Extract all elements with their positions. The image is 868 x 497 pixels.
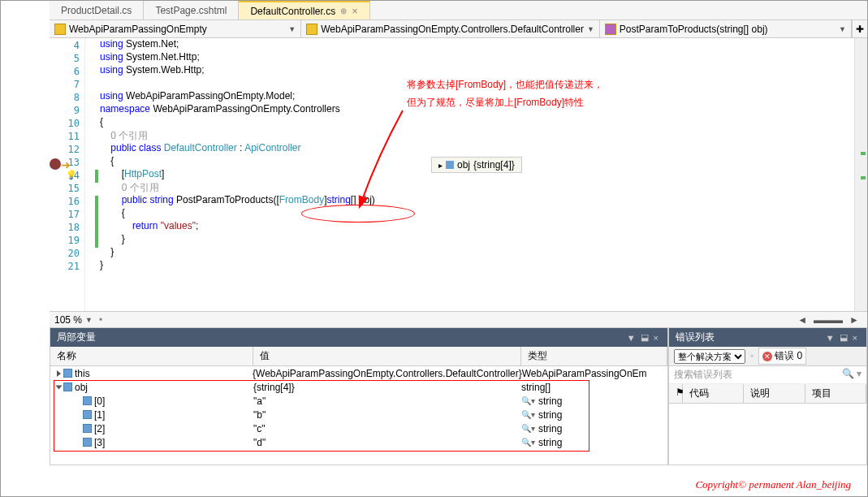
nav-right-icon[interactable]: ► <box>846 314 862 326</box>
dropdown-icon[interactable]: ▼ <box>823 333 837 343</box>
tab-productdetail[interactable]: ProductDetail.cs <box>50 1 144 19</box>
annotation-text: 将参数去掉[FromBody]，也能把值传递进来， 但为了规范，尽量将加上[Fr… <box>407 76 732 111</box>
csharp-icon <box>54 24 66 35</box>
scroll-marker <box>861 176 866 179</box>
class-icon <box>306 24 317 35</box>
close-icon[interactable]: × <box>352 5 358 17</box>
zoom-bar: 105 % ▼ • ◄ ▬▬▬ ► <box>50 311 867 327</box>
nav-member[interactable]: PostParamToProducts(string[] obj)▼ <box>600 20 852 37</box>
lightbulb-icon[interactable]: 💡 <box>66 170 77 180</box>
locals-row[interactable]: this{WebApiParamPassingOnEmpty.Controlle… <box>50 366 667 380</box>
col-code[interactable]: 代码 <box>683 384 744 403</box>
pin-icon[interactable]: ⬓ <box>837 332 850 343</box>
col-proj[interactable]: 项目 <box>805 384 866 403</box>
dropdown-icon[interactable]: ▼ <box>624 333 638 343</box>
variable-icon <box>446 161 454 169</box>
split-button[interactable]: ✚ <box>852 20 867 37</box>
copyright-text: Copyright© permanent Alan_beijing <box>695 478 851 491</box>
zoom-level[interactable]: 105 % <box>54 314 82 326</box>
nav-scroll[interactable]: ▬▬▬ <box>810 314 846 326</box>
col-name[interactable]: 名称 <box>50 347 253 365</box>
expand-icon[interactable]: ▸ <box>438 161 443 170</box>
scroll-marker <box>861 152 866 155</box>
errors-title-bar[interactable]: 错误列表 ▼ ⬓ × <box>669 328 866 347</box>
pin-icon[interactable]: ⬓ <box>638 332 651 343</box>
errors-toolbar: 整个解决方案 • ✕ 错误 0 <box>669 347 866 366</box>
expand-icon[interactable] <box>57 370 61 377</box>
locals-title-bar[interactable]: 局部变量 ▼ ⬓ × <box>50 328 667 347</box>
locals-panel: 局部变量 ▼ ⬓ × 名称 值 类型 this{WebApiParamPassi… <box>50 327 668 465</box>
col-value[interactable]: 值 <box>253 347 521 365</box>
expand-icon[interactable] <box>56 385 63 389</box>
scrollbar-vertical[interactable] <box>854 38 867 311</box>
close-icon[interactable]: × <box>651 333 661 343</box>
debug-tooltip[interactable]: ▸ obj {string[4]} <box>431 157 522 173</box>
error-search[interactable]: 搜索错误列表 🔍 ▾ <box>669 366 866 384</box>
nav-left-icon[interactable]: ◄ <box>794 314 810 326</box>
method-icon <box>605 24 616 35</box>
variable-icon <box>63 369 72 378</box>
chevron-down-icon[interactable]: ▼ <box>85 316 93 324</box>
error-columns: ⚑ 代码 说明 项目 <box>669 384 866 404</box>
nav-class[interactable]: WebApiParamPassingOnEmpty.Controllers.De… <box>301 20 600 37</box>
chevron-down-icon: ▼ <box>839 25 846 33</box>
tab-defaultcontroller[interactable]: DefaultController.cs ⊕ × <box>239 1 369 19</box>
file-tabs: ProductDetail.cs TestPage.cshtml Default… <box>50 1 867 20</box>
col-desc[interactable]: 说明 <box>744 384 805 403</box>
breakpoint-icon[interactable] <box>50 158 61 170</box>
annotation-box <box>54 380 589 452</box>
close-icon[interactable]: × <box>850 333 860 343</box>
filter-select[interactable]: 整个解决方案 <box>674 349 745 364</box>
chevron-down-icon: ▼ <box>587 25 594 33</box>
locals-header: 名称 值 类型 <box>50 347 667 366</box>
change-marker <box>95 170 98 183</box>
col-type[interactable]: 类型 <box>521 347 667 365</box>
pin-icon[interactable]: ⊕ <box>340 6 347 15</box>
col-flag[interactable]: ⚑ <box>669 384 683 403</box>
error-list-panel: 错误列表 ▼ ⬓ × 整个解决方案 • ✕ 错误 0 搜索错误列表 🔍 ▾ ⚑ … <box>668 327 867 465</box>
locals-body[interactable]: this{WebApiParamPassingOnEmpty.Controlle… <box>50 366 667 465</box>
code-nav: WebApiParamPassingOnEmpty▼ WebApiParamPa… <box>50 20 867 38</box>
search-icon: 🔍 ▾ <box>842 368 862 379</box>
annotation-arrow <box>354 106 419 212</box>
error-icon: ✕ <box>762 352 772 361</box>
nav-project[interactable]: WebApiParamPassingOnEmpty▼ <box>50 20 301 37</box>
tab-testpage[interactable]: TestPage.cshtml <box>144 1 239 19</box>
change-marker <box>95 196 98 248</box>
chevron-down-icon: ▼ <box>288 25 296 33</box>
error-count-button[interactable]: ✕ 错误 0 <box>758 348 806 365</box>
